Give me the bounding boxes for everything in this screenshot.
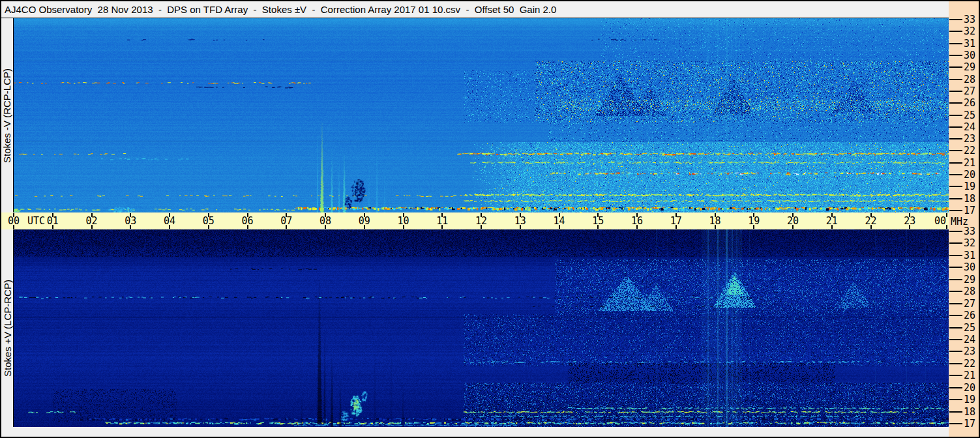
hour-label: 08	[319, 216, 331, 226]
freq-label: 25	[964, 110, 975, 121]
bottom-margin-strip	[1, 427, 949, 437]
freq-tick	[949, 126, 962, 128]
freq-label: 29	[964, 62, 975, 72]
freq-label: 33	[964, 226, 975, 237]
hour-label: 17	[670, 216, 682, 226]
hour-tick	[946, 225, 947, 229]
hour-label: 00	[934, 216, 946, 226]
freq-label: 27	[964, 299, 975, 309]
freq-tick	[949, 210, 962, 211]
freq-tick	[949, 291, 962, 292]
left-axis-strip-bottom: Stokes +V (LCP-RCP)	[1, 229, 13, 427]
hour-label: 23	[904, 216, 915, 226]
hour-tick	[946, 213, 947, 217]
hour-label: 09	[359, 216, 370, 226]
hour-label: 07	[280, 216, 292, 226]
freq-label: 21	[964, 370, 975, 381]
freq-label: 32	[964, 238, 975, 248]
freq-tick	[949, 186, 962, 187]
freq-tick	[949, 43, 962, 44]
freq-tick	[949, 399, 962, 400]
freq-tick	[949, 79, 962, 80]
freq-tick	[949, 303, 962, 304]
freq-label: 31	[964, 250, 975, 261]
freq-label: 33	[964, 14, 975, 25]
freq-label: 18	[964, 407, 975, 417]
freq-tick	[949, 102, 962, 104]
hour-label: 20	[787, 216, 799, 226]
freq-tick	[949, 375, 962, 376]
freq-tick	[949, 138, 962, 139]
freq-tick	[949, 162, 962, 164]
hour-label: 06	[241, 216, 253, 226]
freq-label: 21	[964, 158, 975, 168]
panel-label-stokes-minus-v: Stokes -V (RCP-LCP)	[2, 68, 13, 162]
hour-label: 00	[8, 216, 20, 226]
freq-tick	[949, 115, 962, 116]
hour-label: 13	[514, 216, 526, 226]
freq-label: 22	[964, 145, 975, 156]
freq-label: 29	[964, 274, 975, 285]
utc-unit-label: UTC	[27, 216, 45, 226]
freq-label: 28	[964, 286, 975, 297]
freq-tick	[949, 198, 962, 199]
freq-tick	[949, 351, 962, 352]
spectrograph-window: AJ4CO Observatory 28 Nov 2013 - DPS on T…	[0, 0, 980, 438]
freq-label: 20	[964, 169, 975, 180]
hour-label: 03	[125, 216, 136, 226]
freq-label: 31	[964, 38, 975, 49]
freq-label: 20	[964, 383, 975, 393]
freq-tick	[949, 423, 962, 424]
spectrogram-panel-bottom	[14, 229, 949, 427]
hour-label: 21	[826, 216, 838, 226]
hour-label: 01	[47, 216, 59, 226]
freq-label: 17	[964, 205, 975, 216]
freq-tick	[949, 411, 962, 413]
freq-tick	[949, 327, 962, 328]
freq-tick	[949, 31, 962, 32]
left-axis-strip-top: Stokes -V (RCP-LCP)	[1, 18, 13, 212]
panel-label-stokes-plus-v: Stokes +V (LCP-RCP)	[2, 280, 13, 377]
frequency-scale-strip: MHz 333231302928272625242322212019181733…	[949, 1, 979, 437]
freq-label: 28	[964, 74, 975, 85]
freq-tick	[949, 19, 962, 20]
freq-label: 26	[964, 310, 975, 321]
hour-label: 18	[709, 216, 720, 226]
freq-tick	[949, 255, 962, 256]
freq-tick	[949, 267, 962, 268]
hour-label: 12	[475, 216, 487, 226]
freq-label: 23	[964, 346, 975, 357]
freq-label: 24	[964, 334, 975, 345]
freq-label: 25	[964, 323, 975, 333]
hour-label: 19	[748, 216, 760, 226]
hour-label: 16	[631, 216, 643, 226]
freq-tick	[949, 55, 962, 56]
freq-label: 18	[964, 194, 975, 204]
freq-label: 19	[964, 394, 975, 405]
freq-tick	[949, 174, 962, 175]
freq-label: 30	[964, 50, 975, 61]
freq-tick	[949, 387, 962, 388]
freq-tick	[949, 339, 962, 340]
time-axis-strip: UTC 000102030405060708091011121314151617…	[1, 212, 949, 229]
freq-tick	[949, 363, 962, 364]
freq-tick	[949, 279, 962, 280]
freq-label: 26	[964, 98, 975, 108]
freq-tick	[949, 315, 962, 316]
freq-tick	[949, 91, 962, 92]
freq-tick	[949, 242, 962, 244]
hour-label: 15	[592, 216, 604, 226]
freq-label: 24	[964, 122, 975, 132]
hour-label: 11	[436, 216, 448, 226]
hour-label: 22	[865, 216, 876, 226]
freq-label: 32	[964, 26, 975, 36]
freq-tick	[949, 231, 962, 232]
hour-label: 14	[553, 216, 565, 226]
freq-label: 19	[964, 181, 975, 192]
hour-label: 02	[85, 216, 97, 226]
hour-label: 10	[397, 216, 409, 226]
freq-label: 17	[964, 418, 975, 429]
spectrogram-panel-top	[14, 18, 949, 212]
title-bar: AJ4CO Observatory 28 Nov 2013 - DPS on T…	[1, 1, 949, 18]
freq-label: 22	[964, 358, 975, 369]
